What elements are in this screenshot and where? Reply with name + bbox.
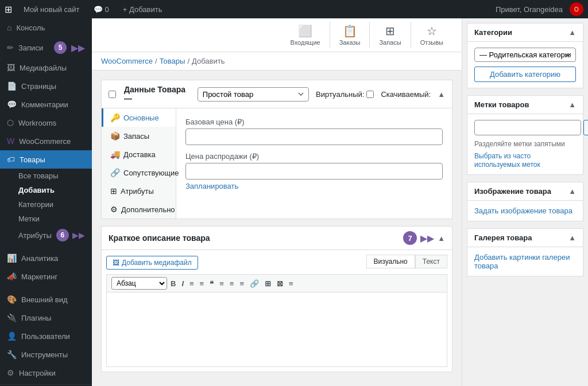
- breadcrumb-sep-1: /: [155, 57, 157, 65]
- collapse-tags-icon[interactable]: ▲: [568, 100, 576, 109]
- toolbar-reviews[interactable]: ☆ Отзывы: [411, 22, 452, 48]
- tag-input-field[interactable]: [474, 120, 581, 135]
- toolbar-orders[interactable]: 📋 Заказы: [330, 22, 370, 48]
- greeting-text: Привет, Orangeidea: [496, 5, 563, 14]
- wc-toolbar: ⬜ Входящие 📋 Заказы ⊞ Запасы ☆ Отзывы: [92, 18, 462, 52]
- collapse-gallery-icon[interactable]: ▲: [568, 233, 576, 242]
- box-icon: 📦: [110, 131, 120, 141]
- tab-attributes[interactable]: ⊞ Атрибуты: [102, 182, 176, 200]
- analytics-icon: 📊: [7, 254, 17, 263]
- tab-related[interactable]: 🔗 Сопутствующие: [102, 163, 176, 182]
- breadcrumb-woocommerce[interactable]: WooCommerce: [101, 57, 153, 65]
- category-box: Категории ▲ — Родительская категория — Д…: [467, 23, 583, 88]
- step-badge-6: 6: [56, 229, 69, 241]
- visual-tab-btn[interactable]: Визуально: [366, 255, 415, 268]
- editor-area[interactable]: [106, 293, 447, 367]
- sidebar-item-media[interactable]: 🖼 Медиафайлы: [0, 59, 92, 77]
- align-left-btn[interactable]: ≡: [217, 278, 226, 289]
- sidebar-item-tags[interactable]: Метки: [11, 212, 92, 226]
- tab-stock[interactable]: 📦 Запасы: [102, 127, 176, 145]
- marketing-icon: 📣: [7, 272, 17, 281]
- sidebar-item-workrooms[interactable]: ⬡ Workrooms: [0, 114, 92, 132]
- collapse-product-icon[interactable]: ▲: [438, 90, 445, 99]
- collapse-desc-icon[interactable]: ▲: [438, 234, 445, 243]
- sidebar-item-posts[interactable]: ✏ Записи 5 ▶▶: [0, 37, 92, 59]
- gear-tab-icon: ⚙: [110, 205, 118, 214]
- sidebar-item-console[interactable]: ⌂ Консоль: [0, 18, 92, 37]
- sidebar-item-analytics[interactable]: 📊 Аналитика: [0, 249, 92, 267]
- product-data-header: Данные Товара — Простой товар Сгруппиров…: [102, 80, 452, 108]
- sidebar-item-settings[interactable]: ⚙ Настройки: [0, 364, 92, 382]
- breadcrumb-sep-2: /: [187, 57, 189, 65]
- media-icon-btn: 🖼: [113, 259, 119, 267]
- toolbar-stock[interactable]: ⊞ Запасы: [370, 22, 411, 48]
- popular-tags-link[interactable]: Выбрать из часто используемых меток: [474, 152, 540, 169]
- collapse-image-icon[interactable]: ▲: [568, 187, 576, 196]
- grid-icon: ⊞: [110, 186, 117, 196]
- sale-price-input[interactable]: [185, 163, 443, 180]
- sidebar-item-pages[interactable]: 📄 Страницы: [0, 77, 92, 95]
- sidebar-item-comments[interactable]: 💬 Комментарии: [0, 95, 92, 114]
- sidebar-item-attributes[interactable]: Атрибуты 6 ▶▶: [11, 226, 92, 244]
- align-right-btn[interactable]: ≡: [237, 278, 246, 289]
- blockquote-btn[interactable]: ❝: [207, 278, 216, 289]
- sidebar-item-all-products[interactable]: Все товары: [11, 169, 92, 183]
- settings-icon: ⚙: [7, 368, 14, 377]
- tab-advanced[interactable]: ⚙ Дополнительно: [102, 200, 176, 219]
- add-category-button[interactable]: Добавить категорию: [474, 67, 576, 82]
- text-tab-btn[interactable]: Текст: [415, 255, 447, 268]
- base-price-input[interactable]: [185, 128, 443, 145]
- sidebar-item-users[interactable]: 👤 Пользователи: [0, 327, 92, 345]
- pages-icon: 📄: [7, 81, 17, 91]
- add-new-link[interactable]: + Добавить: [118, 5, 167, 14]
- bold-btn[interactable]: B: [168, 278, 178, 289]
- site-name[interactable]: Мой новый сайт: [19, 5, 84, 14]
- avatar: O: [570, 2, 583, 16]
- gallery-box-body: Добавить картинки галереи товара: [467, 247, 583, 276]
- base-price-row: Базовая цена (₽): [185, 118, 443, 145]
- edit-icon: ✏: [7, 43, 14, 52]
- media-icon: 🖼: [7, 63, 15, 72]
- link-icon: 🔗: [110, 168, 120, 177]
- sidebar-item-categories[interactable]: Категории: [11, 197, 92, 212]
- key-icon: 🔑: [110, 113, 120, 122]
- toolbar-inbox[interactable]: ⬜ Входящие: [281, 22, 330, 48]
- add-tag-button[interactable]: Добавить: [583, 120, 588, 135]
- ol-btn[interactable]: ≡: [198, 278, 207, 289]
- sidebar-item-add-product[interactable]: Добавить: [11, 183, 92, 197]
- products-submenu: Все товары Добавить Категории Метки Атри…: [0, 169, 92, 244]
- tags-box: Метки товаров ▲ Добавить Разделяйте метк…: [467, 95, 583, 175]
- virtual-checkbox[interactable]: [366, 91, 374, 98]
- ul-btn[interactable]: ≡: [187, 278, 196, 289]
- sidebar-item-products[interactable]: 🏷 Товары: [0, 150, 92, 169]
- tab-content-basic: Базовая цена (₽) Цена распродажи (₽) Зап…: [176, 108, 452, 219]
- breadcrumb-products[interactable]: Товары: [160, 57, 185, 65]
- more-btn[interactable]: ≡: [287, 278, 296, 289]
- italic-btn[interactable]: I: [179, 278, 186, 289]
- sidebar-item-marketing[interactable]: 📣 Маркетинг: [0, 267, 92, 286]
- add-media-button[interactable]: 🖼 Добавить медиафайл: [106, 256, 198, 270]
- sidebar-item-appearance[interactable]: 🎨 Внешний вид: [0, 290, 92, 309]
- stock-icon: ⊞: [385, 24, 395, 38]
- schedule-link[interactable]: Запланировать: [185, 182, 238, 190]
- table-btn[interactable]: ⊞: [262, 278, 273, 289]
- set-image-link[interactable]: Задать изображение товара: [474, 206, 572, 215]
- sidebar-item-tools[interactable]: 🔧 Инструменты: [0, 345, 92, 364]
- comments-link[interactable]: 💬 0: [89, 5, 114, 14]
- sidebar-item-woocommerce[interactable]: W WooCommerce: [0, 132, 92, 150]
- product-type-select[interactable]: Простой товар Сгруппированный товар Внеш…: [198, 87, 309, 102]
- sidebar-item-plugins[interactable]: 🔌 Плагины: [0, 309, 92, 327]
- collapse-category-icon[interactable]: ▲: [568, 28, 576, 37]
- format-select[interactable]: Абзац Заголовок 1 Заголовок 2: [111, 277, 167, 290]
- add-gallery-link[interactable]: Добавить картинки галереи товара: [474, 253, 570, 270]
- image-box: Изображение товара ▲ Задать изображение …: [467, 182, 583, 221]
- top-bar: ⊞ Мой новый сайт 💬 0 + Добавить Привет, …: [0, 0, 588, 18]
- users-icon: 👤: [7, 332, 17, 341]
- align-center-btn[interactable]: ≡: [227, 278, 237, 289]
- tab-basic[interactable]: 🔑 Основные: [102, 108, 176, 127]
- remove-btn[interactable]: ⊠: [274, 278, 285, 289]
- parent-category-select[interactable]: — Родительская категория —: [474, 48, 576, 62]
- link-btn[interactable]: 🔗: [247, 278, 261, 289]
- product-checkbox[interactable]: [109, 91, 116, 98]
- tab-shipping[interactable]: 🚚 Доставка: [102, 145, 176, 163]
